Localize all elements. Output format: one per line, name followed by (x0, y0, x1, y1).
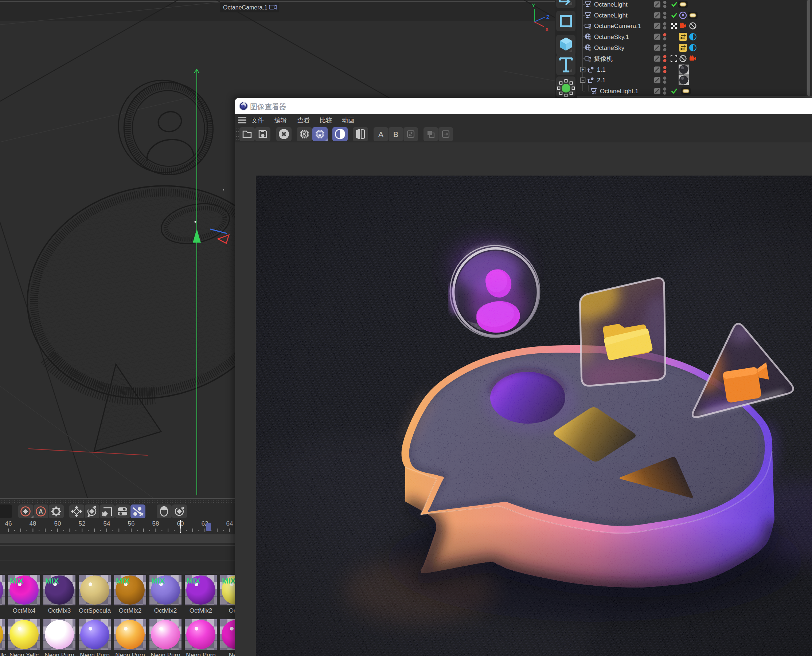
svg-text:X: X (545, 26, 549, 32)
svg-text:50: 50 (54, 520, 61, 527)
svg-text:st: st (589, 26, 591, 29)
svg-text:OctaneCamera.1: OctaneCamera.1 (223, 5, 268, 11)
svg-text:−: − (581, 77, 584, 83)
svg-text:46: 46 (5, 520, 12, 527)
svg-text:MIX: MIX (45, 577, 59, 585)
svg-text:st: st (589, 37, 591, 40)
svg-text:64: 64 (226, 520, 233, 527)
svg-text:48: 48 (29, 520, 36, 527)
svg-text:2.1: 2.1 (597, 77, 606, 84)
svg-text:1.1: 1.1 (597, 66, 606, 73)
svg-text:MIX: MIX (222, 577, 236, 585)
svg-text:st: st (589, 48, 591, 51)
svg-text:st: st (589, 59, 591, 62)
svg-text:OctMix2: OctMix2 (119, 607, 141, 614)
svg-text:58: 58 (152, 520, 159, 527)
svg-text:OctSpecula: OctSpecula (79, 607, 111, 614)
svg-text:A: A (378, 130, 383, 138)
svg-text:MIX: MIX (151, 577, 165, 585)
svg-text:Neon Purp: Neon Purp (150, 651, 180, 656)
svg-text:OctMix3: OctMix3 (48, 607, 71, 614)
svg-text:OctaneSky: OctaneSky (594, 45, 624, 51)
svg-text:54: 54 (104, 520, 110, 527)
svg-text:Neon Purp: Neon Purp (80, 651, 109, 656)
svg-text:Neon Purp: Neon Purp (186, 651, 215, 656)
svg-text:st: st (589, 5, 591, 8)
svg-text:Neon Purp: Neon Purp (115, 651, 145, 656)
svg-text:OctaneLight: OctaneLight (594, 12, 628, 19)
svg-text:OctaneLight: OctaneLight (594, 1, 628, 8)
svg-text:st: st (594, 92, 597, 94)
svg-text:OctaneSky.1: OctaneSky.1 (594, 34, 629, 40)
svg-text:摄像机: 摄像机 (594, 56, 613, 62)
svg-text:+: + (581, 67, 584, 72)
svg-text:MIX: MIX (187, 577, 200, 585)
svg-text:llc: llc (0, 651, 6, 656)
svg-text:Neon Purp: Neon Purp (45, 651, 74, 656)
svg-text:A: A (39, 509, 43, 515)
svg-text:OctaneCamera.1: OctaneCamera.1 (594, 23, 641, 29)
svg-text:Y: Y (532, 3, 535, 8)
svg-text:OctMix2: OctMix2 (189, 607, 212, 614)
svg-text:56: 56 (128, 520, 135, 527)
svg-text:OctMix2: OctMix2 (154, 607, 177, 614)
svg-text:OctaneLight.1: OctaneLight.1 (600, 88, 638, 95)
svg-text:OctMix4: OctMix4 (13, 607, 36, 614)
svg-text:MIX: MIX (116, 577, 129, 585)
svg-text:st: st (589, 16, 591, 19)
svg-text:B: B (393, 130, 398, 138)
svg-text:52: 52 (79, 520, 86, 527)
svg-text:Z: Z (546, 14, 550, 20)
svg-text:Neon Yellc: Neon Yellc (9, 651, 39, 656)
svg-text:MIX: MIX (10, 577, 23, 585)
